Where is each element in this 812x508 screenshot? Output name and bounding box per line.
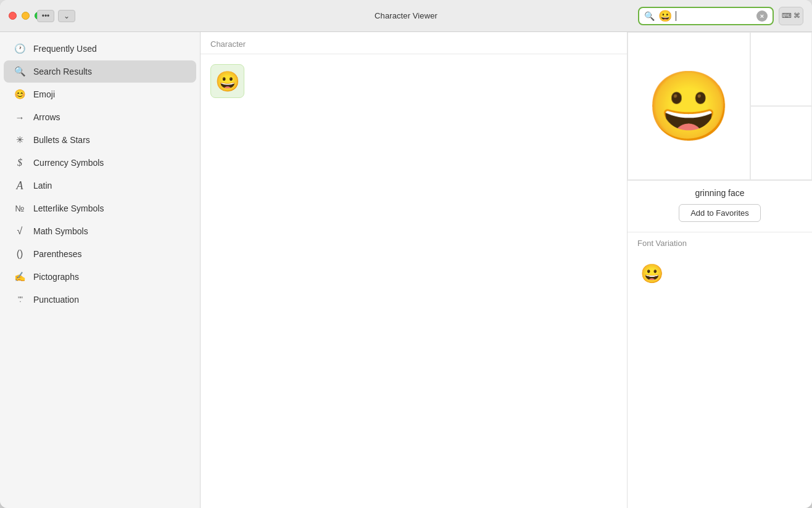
- sidebar: 🕐 Frequently Used 🔍 Search Results 😊 Emo…: [0, 32, 201, 508]
- sidebar-label-letterlike-symbols: Letterlike Symbols: [33, 203, 104, 213]
- sidebar-item-punctuation[interactable]: "." Punctuation: [4, 289, 196, 311]
- character-viewer-window: ••• ⌄ Character Viewer 🔍 😀 × ⌨ ⌘: [0, 0, 812, 508]
- preview-grid: 😀: [628, 32, 812, 181]
- close-button[interactable]: [9, 12, 17, 20]
- sidebar-label-pictographs: Pictographs: [33, 272, 79, 282]
- sidebar-item-letterlike-symbols[interactable]: № Letterlike Symbols: [4, 197, 196, 219]
- sidebar-item-bullets-stars[interactable]: ✳ Bullets & Stars: [4, 129, 196, 151]
- char-name: grinning face: [695, 188, 744, 198]
- sidebar-item-emoji[interactable]: 😊 Emoji: [4, 83, 196, 105]
- arrows-icon: →: [14, 111, 26, 123]
- sidebar-label-punctuation: Punctuation: [33, 295, 79, 305]
- sidebar-item-search-results[interactable]: 🔍 Search Results: [4, 60, 196, 83]
- ellipsis-icon: •••: [42, 12, 50, 20]
- clock-icon: 🕐: [14, 43, 26, 55]
- sidebar-label-search-results: Search Results: [33, 67, 92, 76]
- titlebar: ••• ⌄ Character Viewer 🔍 😀 × ⌨ ⌘: [0, 0, 812, 32]
- center-panel: Character 😀: [201, 32, 627, 508]
- letterlike-icon: №: [14, 202, 26, 215]
- search-bar[interactable]: 🔍 😀 ×: [638, 7, 774, 25]
- sidebar-label-latin: Latin: [33, 181, 52, 190]
- keyboard-icon: ⌨ ⌘: [782, 12, 800, 20]
- bullets-stars-icon: ✳: [14, 134, 26, 146]
- sidebar-item-arrows[interactable]: → Arrows: [4, 106, 196, 128]
- sidebar-label-arrows: Arrows: [33, 112, 60, 122]
- math-icon: √: [14, 225, 26, 237]
- sidebar-label-currency-symbols: Currency Symbols: [33, 158, 104, 168]
- chevron-button[interactable]: ⌄: [58, 10, 75, 22]
- font-variation-grid: 😀: [628, 253, 812, 293]
- variation-emoji-0: 😀: [640, 263, 663, 284]
- sidebar-label-parentheses: Parentheses: [33, 249, 82, 259]
- currency-icon: $: [14, 157, 26, 169]
- preview-cell-main: 😀: [628, 32, 750, 180]
- window-title: Character Viewer: [375, 11, 437, 20]
- parentheses-icon: (): [14, 248, 26, 260]
- keyboard-toggle-button[interactable]: ⌨ ⌘: [779, 7, 803, 25]
- preview-emoji-large: 😀: [647, 72, 731, 140]
- sidebar-item-frequently-used[interactable]: 🕐 Frequently Used: [4, 38, 196, 60]
- sidebar-label-emoji: Emoji: [33, 89, 55, 99]
- title-controls-left: ••• ⌄: [37, 10, 75, 22]
- search-clear-button[interactable]: ×: [756, 10, 768, 22]
- sidebar-label-bullets-stars: Bullets & Stars: [33, 135, 90, 145]
- search-icon: 🔍: [644, 11, 655, 21]
- pictographs-icon: ✍: [14, 271, 26, 283]
- clear-icon: ×: [760, 12, 764, 20]
- sidebar-label-math-symbols: Math Symbols: [33, 226, 88, 236]
- latin-icon: A: [14, 179, 26, 192]
- sidebar-item-parentheses[interactable]: () Parentheses: [4, 243, 196, 265]
- preview-cell-bottom-right: [750, 106, 812, 180]
- search-results-icon: 🔍: [14, 65, 26, 78]
- add-to-favorites-button[interactable]: Add to Favorites: [679, 204, 761, 222]
- variation-cell-0[interactable]: 😀: [637, 259, 666, 287]
- right-panel: 😀 grinning face Add to Favorites Font Va…: [627, 32, 812, 508]
- search-input-value: 😀: [658, 10, 672, 22]
- sidebar-label-frequently-used: Frequently Used: [33, 44, 97, 54]
- main-content: 🕐 Frequently Used 🔍 Search Results 😊 Emo…: [0, 32, 812, 508]
- sidebar-item-latin[interactable]: A Latin: [4, 174, 196, 197]
- grinning-face-emoji: 😀: [215, 70, 240, 93]
- emoji-icon: 😊: [14, 88, 26, 100]
- sidebar-item-math-symbols[interactable]: √ Math Symbols: [4, 220, 196, 242]
- punctuation-icon: ".": [14, 293, 26, 306]
- cursor: [676, 11, 676, 21]
- sidebar-item-pictographs[interactable]: ✍ Pictographs: [4, 266, 196, 288]
- preview-cell-top-right: [750, 32, 812, 106]
- font-variation-header: Font Variation: [628, 232, 812, 253]
- more-button[interactable]: •••: [37, 10, 54, 22]
- titlebar-right: 🔍 😀 × ⌨ ⌘: [638, 7, 803, 25]
- sidebar-item-currency-symbols[interactable]: $ Currency Symbols: [4, 152, 196, 174]
- character-header: Character: [201, 32, 627, 54]
- chevron-down-icon: ⌄: [64, 12, 70, 20]
- character-grid: 😀: [201, 54, 627, 508]
- minimize-button[interactable]: [22, 12, 30, 20]
- character-cell-grinning-face[interactable]: 😀: [210, 64, 244, 98]
